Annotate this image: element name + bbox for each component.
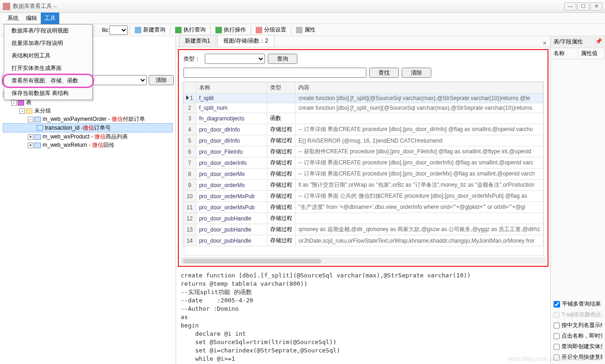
window-title: 数据库查看工具 -. — [13, 2, 57, 10]
check-cn-cols[interactable]: 按中文列名显示结 — [554, 321, 602, 329]
table-row[interactable]: 1f_splitcreate function [dbo].[f_split](… — [183, 94, 543, 103]
menu-item-view-all-proc[interactable]: 查看所有视图、存储、函数 — [4, 75, 92, 87]
props-icon — [296, 27, 302, 33]
column-icon — [37, 125, 43, 131]
minimize-button[interactable]: — — [564, 2, 576, 11]
highlighted-region: 类型： 查询 查找 清除 名称 类型 内容 1f_spli — [178, 49, 548, 267]
run-op-button[interactable]: 执行操作 — [213, 25, 249, 35]
tab-new-query[interactable]: 新建查询1 — [179, 35, 216, 47]
tree-node-product[interactable]: +m_web_wxProduct - 微信商品列表 — [3, 132, 173, 141]
type-select[interactable] — [205, 54, 265, 64]
check-create-entity[interactable]: 查询即创建实体类 — [554, 343, 602, 351]
table-row[interactable]: 13pro_door_pubHandle存储过程qmoney as 超期金额,@… — [183, 224, 543, 235]
menu-item-batch-add-desc[interactable]: 批量添加表/字段说明 — [4, 37, 92, 50]
table-row[interactable]: 8pro_door_orderMx存储过程-- 订单详细 界面CREATE pr… — [183, 169, 543, 180]
menu-item-entity-gen[interactable]: 打开实体类生成界面 — [4, 62, 92, 75]
table-icon — [34, 117, 41, 122]
tree-node-return[interactable]: +m_web_wxReturn - 微信回传 — [3, 141, 173, 149]
db-select[interactable] — [109, 25, 128, 35]
group-icon — [256, 27, 262, 33]
menubar: 系统 编辑 工具 — [0, 13, 605, 24]
titlebar: 数据库查看工具 -. — ☐ ✕ — [0, 0, 605, 13]
run-query-button[interactable]: 执行查询 — [172, 25, 208, 35]
table-row[interactable]: 3fn_diagramobjects函数 — [183, 113, 543, 124]
menu-item-structure-compare[interactable]: 表结构对照工具 — [4, 50, 92, 62]
check-click-query[interactable]: 点击名称，即时查 — [554, 332, 602, 340]
maximize-button[interactable]: ☐ — [577, 2, 589, 11]
code-preview: create function [dbo].[f_split](@SourceS… — [176, 269, 550, 364]
menu-system[interactable]: 系统 — [4, 13, 22, 24]
table-row[interactable]: 5pro_door_dlrInfo存储过程E() RAISERROR (@msg… — [183, 135, 543, 146]
folder-icon — [26, 108, 32, 114]
menu-item-save-structure[interactable]: 保存当前数据库 表结构 — [4, 87, 92, 100]
table-row[interactable]: 9pro_door_orderMx存储过程ll as "预计交货日期",orWr… — [183, 180, 543, 191]
db-tree: -door_szkj_Public -表 -未分组 -m_web_wxPayme… — [0, 87, 176, 364]
tree-node-payment[interactable]: -m_web_wxPaymentOrder - 微信付款订单 — [3, 115, 173, 123]
new-query-button[interactable]: 新建查询 — [132, 25, 168, 35]
tables-icon — [18, 100, 24, 106]
menu-item-table-field-desc[interactable]: 数据库表/字段说明视图 — [4, 25, 92, 37]
watermark: https://blog.csdn.net/qwert_asdf_zxcv — [508, 356, 600, 362]
new-query-icon — [135, 27, 141, 33]
play-icon — [175, 27, 182, 33]
clear-button[interactable]: 清除 — [402, 68, 431, 78]
table-row[interactable]: 11pro_door_orderMxPub存储过程"生产进度" from '+@… — [183, 202, 543, 213]
results-grid-wrapper: 名称 类型 内容 1f_splitcreate function [dbo].[… — [183, 82, 544, 256]
table-row[interactable]: 7pro_door_orderInfo存储过程-- 订单详细 界面CREATE … — [183, 157, 543, 169]
props-button[interactable]: 属性 — [293, 25, 318, 35]
tab-close-button[interactable]: × — [539, 39, 550, 47]
properties-pane: 表/字段属性📌 名称 属性值 平铺多查询结果 T-sql添加颜色区分 按中文列名… — [550, 36, 605, 364]
main-pane: 新建查询1 视图/存储/函数：2 × 类型： 查询 查找 清除 名称 — [176, 36, 550, 364]
col-content[interactable]: 内容 — [296, 82, 543, 94]
close-button[interactable]: ✕ — [590, 2, 602, 11]
query-button[interactable]: 查询 — [268, 54, 297, 64]
table-row[interactable]: 14pro_door_pubHandle存储过程orJhDate,scjd_ru… — [183, 235, 543, 246]
prop-col-name: 名称 — [551, 48, 578, 59]
table-row[interactable]: 12pro_door_pubHandle存储过程 — [183, 213, 543, 224]
search-input[interactable] — [183, 68, 366, 78]
table-icon — [34, 143, 41, 148]
props-title: 表/字段属性 — [554, 38, 583, 46]
db-dropdown-partial: llic — [102, 27, 108, 33]
play-icon — [215, 27, 222, 33]
tree-ungrouped[interactable]: -未分组 — [3, 107, 173, 115]
tab-bar: 新建查询1 视图/存储/函数：2 × — [176, 36, 550, 47]
table-row[interactable]: 10pro_door_orderMxPub存储过程-- 订单详细 界面 公共的 … — [183, 191, 543, 202]
prop-col-value: 属性值 — [578, 48, 605, 59]
tools-dropdown: 数据库表/字段说明视图 批量添加表/字段说明 表结构对照工具 打开实体类生成界面… — [4, 24, 93, 100]
check-tsql-color[interactable]: T-sql添加颜色区分 — [554, 311, 602, 319]
menu-tools[interactable]: 工具 — [41, 13, 59, 24]
group-button[interactable]: 分组设置 — [253, 25, 289, 35]
col-type[interactable]: 类型 — [267, 82, 296, 94]
search-button[interactable]: 查找 — [369, 68, 399, 78]
col-name[interactable]: 名称 — [196, 82, 267, 94]
table-row[interactable]: 6pro_door_FileInfo存储过程-- 获取附件CREATE proc… — [183, 146, 543, 157]
type-label: 类型： — [183, 55, 200, 63]
app-icon — [3, 3, 10, 10]
tree-node-transaction-id[interactable]: transaction_id - 微信订单号 — [3, 123, 173, 132]
table-row[interactable]: 4pro_door_dlrInfo存储过程-- 订单详细 界面CREATE pr… — [183, 124, 543, 135]
h-scrollbar[interactable] — [181, 257, 546, 264]
pin-icon[interactable]: 📌 — [595, 38, 602, 46]
table-row[interactable]: 2f_split_numcreate function [dbo].[f_spl… — [183, 103, 543, 113]
check-flatten[interactable]: 平铺多查询结果 — [554, 300, 602, 308]
results-grid: 名称 类型 内容 1f_splitcreate function [dbo].[… — [183, 82, 543, 246]
menu-edit[interactable]: 编辑 — [22, 13, 41, 24]
filter-clear-button[interactable]: 清除 — [149, 75, 174, 85]
table-icon — [34, 134, 41, 140]
tab-view-proc[interactable]: 视图/存储/函数：2 — [217, 35, 274, 47]
